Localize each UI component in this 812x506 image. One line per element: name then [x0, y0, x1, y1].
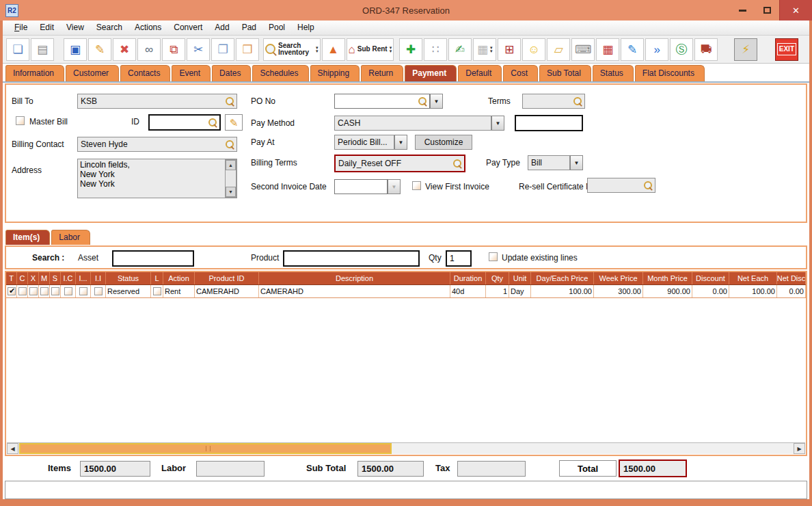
tab-default[interactable]: Default — [458, 65, 502, 81]
row-checkbox-S[interactable] — [51, 287, 59, 295]
truck-button[interactable]: ⛟ — [694, 38, 718, 61]
delete-button[interactable]: ✖ — [113, 38, 136, 61]
second-invoice-date-field[interactable] — [334, 179, 388, 194]
save-button[interactable]: ▣ — [64, 38, 87, 61]
shapes-3d-button[interactable]: ▲ — [322, 38, 345, 61]
tab-flat-discounts[interactable]: Flat Discounts — [635, 65, 705, 81]
find-binoculars-button[interactable]: ∞ — [137, 38, 161, 61]
column-header-L[interactable]: L — [151, 272, 163, 284]
search-inventory-button[interactable]: Search Inventory▾▾ — [263, 38, 321, 61]
tab-return[interactable]: Return — [361, 65, 403, 81]
color-blocks-button[interactable]: ▦ — [596, 38, 619, 61]
column-header-qty[interactable]: Qty — [486, 272, 509, 284]
edit-pencil-button[interactable]: ✎ — [88, 38, 111, 61]
copy-button[interactable]: ❐ — [211, 38, 234, 61]
cut-button[interactable]: ✂ — [187, 38, 210, 61]
bill-to-search-icon[interactable] — [226, 97, 234, 105]
paste-button[interactable]: ❒ — [236, 38, 259, 61]
minimize-button[interactable] — [730, 0, 755, 21]
column-header-unit[interactable]: Unit — [509, 272, 531, 284]
menu-file[interactable]: File — [8, 21, 33, 35]
tab-customer[interactable]: Customer — [66, 65, 119, 81]
id-search-icon[interactable] — [208, 118, 217, 126]
column-header-Idots[interactable]: I... — [76, 272, 91, 284]
scrollbar-thumb[interactable] — [19, 443, 392, 454]
menu-view[interactable]: View — [60, 21, 90, 35]
resell-cert-field[interactable] — [587, 178, 655, 193]
sub-rent-dropdown-arrows-icon[interactable]: ▾▾ — [390, 46, 392, 53]
column-header-status[interactable]: Status — [106, 272, 151, 284]
tab-labor[interactable]: Labor — [51, 230, 90, 245]
sub-rent-button[interactable]: ⌂Sub Rent▾▾ — [347, 38, 394, 61]
column-header-IC[interactable]: I.C — [61, 272, 76, 284]
lightning-button[interactable]: ⚡ — [734, 38, 757, 61]
add-line-button[interactable]: ✚ — [399, 38, 422, 61]
folder-clock-button[interactable]: ▱ — [547, 38, 570, 61]
column-header-M[interactable]: M — [39, 272, 50, 284]
column-header-C[interactable]: C — [17, 272, 28, 284]
address-field[interactable]: Lincoln fields, New York New York — [77, 159, 237, 198]
view-first-invoice-checkbox[interactable] — [412, 181, 421, 190]
column-header-net_each[interactable]: Net Each — [729, 272, 777, 284]
maximize-button[interactable] — [755, 0, 779, 21]
tab-information[interactable]: Information — [5, 65, 64, 81]
menu-add[interactable]: Add — [208, 21, 235, 35]
pay-method-combo[interactable]: CASH — [334, 116, 491, 131]
invoice-dollar-button[interactable]: Ⓢ — [670, 38, 693, 61]
column-header-II[interactable]: I.I — [91, 272, 106, 284]
column-header-S[interactable]: S — [50, 272, 61, 284]
resell-cert-search-icon[interactable] — [644, 181, 652, 189]
column-header-X[interactable]: X — [28, 272, 39, 284]
column-header-T[interactable]: T — [6, 272, 17, 284]
row-checkbox-Idots[interactable] — [79, 287, 87, 295]
tab-shipping[interactable]: Shipping — [310, 65, 360, 81]
column-header-week_price[interactable]: Week Price — [594, 272, 643, 284]
terms-field[interactable] — [522, 94, 585, 109]
group-query-button[interactable]: ∷ — [424, 38, 447, 61]
po-no-dropdown-button[interactable] — [430, 94, 443, 109]
row-checkbox-C[interactable] — [18, 287, 27, 295]
column-header-duration[interactable]: Duration — [450, 272, 486, 284]
billing-terms-search-icon[interactable] — [453, 159, 461, 168]
transfer-dollar-button[interactable]: » — [645, 38, 668, 61]
row-checkbox-T[interactable] — [8, 287, 16, 295]
new-document-button[interactable]: ❏ — [6, 38, 29, 61]
address-scrollbar[interactable] — [225, 159, 236, 198]
close-button[interactable]: ✕ — [779, 0, 812, 21]
bill-to-field[interactable]: KSB — [77, 94, 237, 109]
scroll-right-icon[interactable] — [794, 443, 805, 454]
qty-input[interactable]: 1 — [446, 250, 472, 267]
menu-convert[interactable]: Convert — [167, 21, 208, 35]
tab-cost[interactable]: Cost — [503, 65, 538, 81]
pay-method-adjacent-field[interactable] — [515, 115, 583, 131]
tab-items[interactable]: Item(s) — [5, 230, 50, 245]
column-header-net_disc[interactable]: Net Disc — [777, 272, 806, 284]
keyboard-key-button[interactable]: ⌨ — [571, 38, 595, 61]
master-bill-checkbox[interactable] — [16, 116, 25, 125]
update-existing-checkbox[interactable] — [489, 252, 498, 261]
address-scroll-up-icon[interactable] — [226, 160, 236, 170]
address-scroll-down-icon[interactable] — [226, 187, 236, 197]
search-inventory-dropdown-arrows-icon[interactable]: ▾▾ — [316, 46, 319, 53]
column-header-discount[interactable]: Discount — [692, 272, 729, 284]
row-checkbox-II[interactable] — [94, 287, 103, 295]
notepad-edit-button[interactable]: ✍ — [448, 38, 472, 61]
customize-button[interactable]: Customize — [415, 135, 472, 150]
billing-terms-field[interactable]: Daily_Reset OFF — [334, 155, 465, 172]
tab-contacts[interactable]: Contacts — [120, 65, 170, 81]
menu-edit[interactable]: Edit — [33, 21, 60, 35]
table-row[interactable]: ReservedRentCAMERAHDCAMERAHD40d1Day100.0… — [6, 285, 806, 298]
menu-pad[interactable]: Pad — [236, 21, 262, 35]
tab-event[interactable]: Event — [172, 65, 211, 81]
note-edit-button[interactable]: ✎ — [621, 38, 644, 61]
pay-type-combo[interactable]: Bill — [528, 155, 570, 170]
menu-pool[interactable]: Pool — [262, 21, 291, 35]
column-header-action[interactable]: Action — [163, 272, 195, 284]
scroll-left-icon[interactable] — [7, 443, 18, 454]
tab-sub-total[interactable]: Sub Total — [539, 65, 591, 81]
tab-schedules[interactable]: Schedules — [252, 65, 308, 81]
terms-search-icon[interactable] — [573, 97, 582, 105]
po-no-search-icon[interactable] — [418, 97, 427, 105]
pay-type-dropdown-button[interactable] — [570, 155, 583, 170]
menu-actions[interactable]: Actions — [128, 21, 167, 35]
